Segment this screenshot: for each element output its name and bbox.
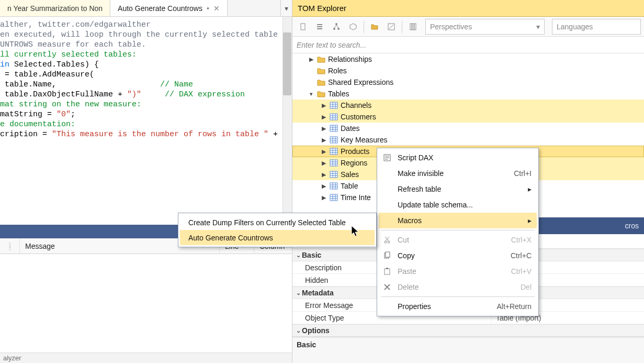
languages-dropdown[interactable]: Languages <box>552 19 641 35</box>
svg-rect-51 <box>330 194 337 201</box>
script-icon <box>382 153 392 162</box>
svg-rect-46 <box>330 183 337 189</box>
menu-item-script-dax[interactable]: Script DAX <box>379 150 537 166</box>
scrollbar-thumb[interactable] <box>283 32 291 95</box>
prop-group-options[interactable]: ⌄Options <box>292 324 644 337</box>
menu-item-label: Refresh table <box>398 185 441 193</box>
table-icon <box>329 159 338 167</box>
tree-item-dates[interactable]: ▶Dates <box>292 123 644 134</box>
menu-item-make-invisible[interactable]: Make invisibleCtrl+I <box>379 166 537 181</box>
expand-toggle[interactable]: ⌄ <box>295 252 302 259</box>
tom-search-input[interactable]: Enter text to search... <box>292 37 644 53</box>
analyzer-tab[interactable]: alyzer <box>0 353 292 363</box>
view-tree-icon[interactable] <box>329 19 344 34</box>
tab-countrows[interactable]: Auto Generate Countrows • ✕ <box>110 0 228 16</box>
tab-overflow-button[interactable]: ▾ <box>280 0 292 16</box>
expand-toggle[interactable]: ▶ <box>321 194 327 201</box>
code-line: mat string on the new measure: <box>0 100 292 109</box>
table-icon <box>329 194 338 201</box>
tab-summarization[interactable]: n Year Summarization to Non <box>0 0 110 16</box>
tree-item-customers[interactable]: ▶Customers <box>292 111 644 123</box>
svg-rect-0 <box>301 24 305 30</box>
expand-toggle[interactable]: ▶ <box>321 160 327 167</box>
menu-item-update-table-schema-[interactable]: Update table schema... <box>379 197 537 213</box>
expand-toggle[interactable]: ▶ <box>321 171 327 178</box>
svg-rect-2 <box>317 26 322 27</box>
expand-toggle[interactable]: ▶ <box>321 183 327 190</box>
tree-item-tables[interactable]: ▾Tables <box>292 88 644 100</box>
code-line: ll currently selected tables: <box>0 50 292 60</box>
tree-item-roles[interactable]: Roles <box>292 65 644 76</box>
menu-item-shortcut: Alt+Return <box>496 302 532 311</box>
col-icon[interactable]: ❕ <box>0 238 20 254</box>
menu-item-label: Properties <box>398 302 431 311</box>
tree-item-relationships[interactable]: ▶Relationships <box>292 53 644 65</box>
view-list-icon[interactable] <box>312 19 327 34</box>
columns-icon[interactable] <box>405 19 420 34</box>
perspectives-dropdown[interactable]: Perspectives ▾ <box>425 19 545 35</box>
code-line: matString = "0"; <box>0 109 292 119</box>
expand-toggle[interactable]: ▶ <box>321 137 327 144</box>
code-editor[interactable]: alther, twitter.com/edgarwaltheren execu… <box>0 17 292 225</box>
edit-icon[interactable] <box>384 19 399 34</box>
table-icon <box>329 125 338 132</box>
menu-item-refresh-table[interactable]: Refresh table▸ <box>379 181 537 197</box>
folder-icon <box>317 67 326 74</box>
tree-item-channels[interactable]: ▶Channels <box>292 100 644 111</box>
tree-item-shared-expressions[interactable]: Shared Expressions <box>292 76 644 88</box>
copy-icon <box>382 251 392 260</box>
view-cube-icon[interactable] <box>346 19 360 34</box>
svg-rect-1 <box>317 24 322 25</box>
code-line: in Selected.Tables) { <box>0 60 292 70</box>
expand-toggle[interactable]: ⌄ <box>295 290 302 296</box>
menu-item-macros[interactable]: Macros▸ <box>379 213 537 228</box>
menu-item-label: Script DAX <box>398 153 433 162</box>
menu-item-label: Paste <box>398 267 416 276</box>
expand-toggle[interactable]: ⌄ <box>295 327 302 334</box>
menu-item-shortcut: Ctrl+X <box>511 236 532 244</box>
expand-toggle[interactable]: ▶ <box>308 56 314 63</box>
menu-item-paste: PasteCtrl+V <box>379 263 537 279</box>
submenu-arrow-icon: ▸ <box>528 216 532 225</box>
context-menu[interactable]: Script DAXMake invisibleCtrl+IRefresh ta… <box>377 148 539 316</box>
submenu-item[interactable]: Create Dump Filters on Currently Selecte… <box>180 215 375 230</box>
view-single-icon[interactable] <box>296 19 310 34</box>
code-line: cription = "This measure is the number o… <box>0 129 292 139</box>
menu-item-properties[interactable]: PropertiesAlt+Return <box>379 299 537 314</box>
folder-icon[interactable] <box>367 19 382 34</box>
menu-item-shortcut: Ctrl+I <box>514 169 532 178</box>
svg-rect-3 <box>317 28 322 29</box>
expand-toggle[interactable]: ▶ <box>321 114 327 120</box>
svg-rect-16 <box>330 114 337 120</box>
folder-icon <box>317 56 326 63</box>
tree-item-label: Relationships <box>328 55 372 63</box>
menu-item-shortcut: Del <box>521 283 532 291</box>
menu-separator <box>381 296 535 297</box>
expand-toggle[interactable]: ▶ <box>321 102 327 109</box>
svg-rect-8 <box>410 24 412 30</box>
menu-item-shortcut: Ctrl+V <box>511 267 532 276</box>
svg-rect-67 <box>386 252 390 257</box>
vertical-scrollbar[interactable] <box>283 17 292 225</box>
tab-macros-right[interactable]: cros <box>620 219 644 233</box>
tree-item-key-measures[interactable]: ▶Key Measures <box>292 134 644 146</box>
expand-toggle[interactable]: ▾ <box>308 91 314 97</box>
folder-icon <box>317 90 326 97</box>
close-icon[interactable]: ✕ <box>213 4 220 13</box>
cut-icon <box>382 236 392 244</box>
expand-toggle[interactable]: ▶ <box>321 125 327 132</box>
menu-item-delete: DeleteDel <box>379 279 537 295</box>
expand-toggle[interactable]: ▶ <box>321 148 327 155</box>
editor-pane: n Year Summarization to Non Auto Generat… <box>0 0 292 363</box>
tom-toolbar: Perspectives ▾ Languages <box>292 17 644 37</box>
svg-rect-69 <box>386 268 388 269</box>
submenu-item[interactable]: Auto Generate Countrows <box>180 230 375 245</box>
table-icon <box>329 182 338 190</box>
menu-item-copy[interactable]: CopyCtrl+C <box>379 248 537 263</box>
macros-submenu[interactable]: Create Dump Filters on Currently Selecte… <box>178 213 377 247</box>
code-line: table.Name, // Name <box>0 80 292 90</box>
menu-item-shortcut: Ctrl+C <box>511 251 532 260</box>
code-line: UNTROWS measure for each table. <box>0 40 292 50</box>
svg-point-5 <box>333 28 335 30</box>
tab-label: n Year Summarization to Non <box>7 4 103 13</box>
